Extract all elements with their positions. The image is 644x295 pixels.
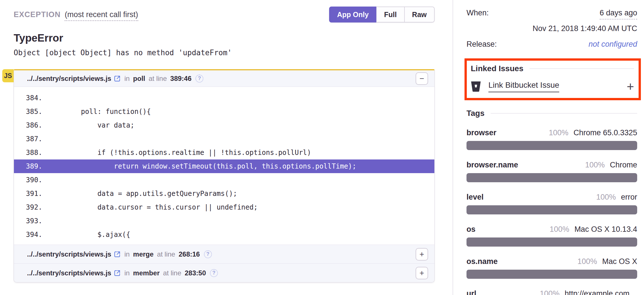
code-line-highlighted: 389. return window.setTimeout(this.poll,… [14, 159, 434, 173]
content-sidebar-divider [453, 0, 453, 295]
help-icon[interactable]: ? [195, 75, 203, 83]
linked-issues-highlight-annotation: Linked Issues Link Bitbucket Issue + [465, 58, 641, 100]
frame-function-name: merge [133, 250, 154, 258]
platform-js-badge: JS [2, 69, 14, 82]
code-line: 387. [14, 132, 434, 146]
when-label: When: [467, 9, 489, 17]
code-line: 388. if (!this.options.realtime || !this… [14, 146, 434, 159]
tag-percent: 100% [577, 257, 597, 266]
code-line: 384. [14, 91, 434, 105]
frame-line-number: 283:50 [185, 269, 206, 277]
bitbucket-icon [471, 81, 481, 92]
add-linked-issue-icon[interactable]: + [627, 81, 634, 92]
expand-frame-button[interactable]: + [416, 267, 428, 279]
stack-frame-header[interactable]: ../../sentry/scripts/views.js in poll at… [14, 70, 434, 87]
exception-heading: EXCEPTION (most recent call first) [14, 10, 138, 19]
exception-order-hint[interactable]: (most recent call first) [65, 10, 138, 21]
frame-in-label: in [124, 75, 130, 83]
toggle-full-button[interactable]: Full [376, 7, 404, 22]
help-icon[interactable]: ? [210, 269, 218, 277]
event-sidebar: When: 6 days ago Nov 21, 2018 1:49:40 AM… [467, 0, 637, 295]
tag-os: os 100% Mac OS X 10.13.4 [467, 225, 637, 247]
toggle-raw-button[interactable]: Raw [404, 7, 435, 22]
frame-function-name: poll [133, 75, 145, 83]
tag-name[interactable]: os [467, 225, 476, 234]
tag-value[interactable]: Mac OS X 10.13.4 [574, 225, 637, 234]
frame-in-label: in [124, 269, 130, 277]
tag-percent: 100% [540, 289, 560, 295]
tag-distribution-bar[interactable] [467, 205, 637, 214]
tag-name[interactable]: url [467, 289, 476, 295]
source-code-context: 384. 385. poll: function(){ 386. var dat… [14, 87, 434, 245]
tag-os-name: os.name 100% Mac OS X [467, 257, 637, 279]
toggle-app-only-button[interactable]: App Only [329, 7, 376, 22]
code-line: 392. data.cursor = this.cursor || undefi… [14, 200, 434, 214]
tag-value[interactable]: http://example.com… [565, 289, 637, 295]
frame-function-name: member [133, 269, 160, 277]
expand-frame-button[interactable]: + [416, 248, 428, 261]
frame-in-label: in [124, 250, 130, 258]
tag-percent: 100% [596, 193, 616, 202]
tag-distribution-bar[interactable] [467, 141, 637, 150]
code-line: 385. poll: function(){ [14, 105, 434, 118]
section-rule [530, 68, 634, 69]
tag-percent: 100% [550, 225, 569, 234]
release-row: Release: not configured [467, 40, 637, 49]
tag-percent: 100% [549, 128, 568, 137]
when-absolute-time: Nov 21, 2018 1:49:40 AM UTC [467, 24, 637, 33]
tag-browser: browser 100% Chrome 65.0.3325 [467, 128, 637, 150]
tags-header: Tags [467, 109, 637, 118]
section-rule [491, 113, 637, 114]
tag-distribution-bar[interactable] [467, 173, 637, 182]
tags-title: Tags [467, 109, 484, 118]
exception-title: EXCEPTION [14, 10, 61, 19]
code-line: 394. $.ajax({ [14, 228, 434, 241]
frame-at-line-label: at line [157, 250, 175, 258]
code-line: 390. [14, 173, 434, 187]
stack-frame-collapsed-member[interactable]: ../../sentry/scripts/views.js in member … [14, 263, 434, 282]
code-line: 393. [14, 214, 434, 228]
tag-percent: 100% [585, 161, 605, 169]
tag-value[interactable]: Chrome [610, 161, 637, 169]
frame-file-path: ../../sentry/scripts/views.js [27, 269, 111, 277]
help-icon[interactable]: ? [204, 250, 212, 258]
error-message: Object [object Object] has no method 'up… [14, 48, 435, 57]
frame-line-number: 268:16 [179, 250, 200, 258]
tag-browser-name: browser.name 100% Chrome [467, 161, 637, 182]
tag-distribution-bar[interactable] [467, 237, 637, 247]
external-link-icon[interactable] [113, 75, 121, 82]
tag-value[interactable]: Mac OS X [602, 257, 637, 266]
exception-header-row: EXCEPTION (most recent call first) App O… [14, 6, 435, 23]
frame-file-path: ../../sentry/scripts/views.js [27, 250, 111, 258]
tag-value[interactable]: Chrome 65.0.3325 [573, 128, 637, 137]
frame-at-line-label: at line [163, 269, 181, 277]
frame-file-path: ../../sentry/scripts/views.js [27, 75, 111, 83]
code-line: 391. data = app.utils.getQueryParams(); [14, 187, 434, 200]
tag-level: level 100% error [467, 193, 637, 214]
linked-issues-header: Linked Issues [471, 64, 634, 73]
external-link-icon[interactable] [113, 269, 121, 277]
link-bitbucket-issue-link[interactable]: Link Bitbucket Issue [488, 81, 559, 92]
frame-at-line-label: at line [149, 75, 167, 83]
when-relative-time[interactable]: 6 days ago [600, 9, 637, 20]
code-line: 386. var data; [14, 118, 434, 132]
stack-frame-collapsed-merge[interactable]: ../../sentry/scripts/views.js in merge a… [14, 245, 434, 263]
release-label: Release: [467, 40, 497, 49]
stacktrace-panel: JS ../../sentry/scripts/views.js in poll… [14, 69, 435, 282]
tag-url: url 100% http://example.com… [467, 289, 637, 295]
exception-section: EXCEPTION (most recent call first) App O… [14, 6, 435, 282]
external-link-icon[interactable] [113, 251, 121, 258]
collapse-frame-button[interactable]: − [416, 72, 428, 85]
linked-issues-title: Linked Issues [471, 64, 523, 73]
frame-line-number: 389:46 [170, 75, 192, 83]
tag-value[interactable]: error [621, 193, 637, 202]
release-value-link[interactable]: not configured [589, 40, 637, 49]
link-bitbucket-issue-row[interactable]: Link Bitbucket Issue + [471, 81, 634, 92]
tag-distribution-bar[interactable] [467, 270, 637, 279]
tag-name[interactable]: level [467, 193, 484, 202]
tag-name[interactable]: os.name [467, 257, 498, 266]
tag-name[interactable]: browser.name [467, 161, 518, 169]
stacktrace-view-toggle: App Only Full Raw [329, 7, 435, 22]
error-type: TypeError [14, 32, 435, 44]
tag-name[interactable]: browser [467, 128, 496, 137]
